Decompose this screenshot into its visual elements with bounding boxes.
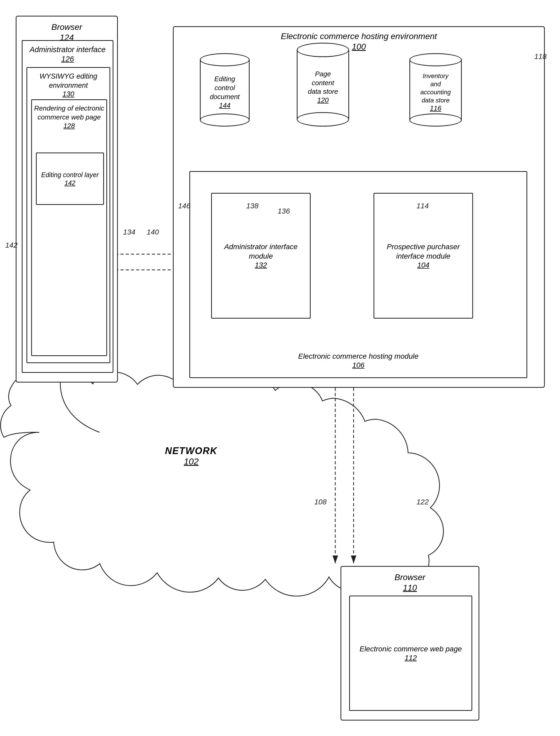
ref-140: 140 bbox=[147, 228, 159, 236]
admin-module-132-number: 132 bbox=[255, 261, 267, 269]
browser-110-box: Browser 110 Electronic commerce web page… bbox=[341, 566, 479, 721]
ref-134: 134 bbox=[123, 228, 135, 236]
admin-interface-126-box: Administrator interface 126 WYSIWYG edit… bbox=[22, 40, 113, 373]
prospective-module-104-box: Prospective purchaser interface module 1… bbox=[374, 193, 473, 318]
wysiwyg-130-box: WYSIWYG editing environment 130 Renderin… bbox=[26, 67, 110, 363]
ecommerce-hosting-100-number: 100 bbox=[174, 42, 544, 52]
ecommerce-web-page-112-label: Electronic commerce web page bbox=[360, 644, 462, 654]
network-label: NETWORK bbox=[152, 446, 230, 457]
ref-142: 142 bbox=[5, 241, 18, 249]
ref-118: 118 bbox=[534, 52, 547, 61]
browser-124-box: Browser 124 Administrator interface 126 … bbox=[16, 16, 118, 383]
browser-124-label: Browser bbox=[17, 22, 117, 33]
network-label-wrap: NETWORK 102 bbox=[152, 446, 230, 467]
wysiwyg-130-number: 130 bbox=[27, 90, 109, 98]
ecommerce-web-page-112-box: Electronic commerce web page 112 bbox=[349, 596, 472, 711]
rendering-128-number: 128 bbox=[32, 122, 106, 130]
editing-control-doc-144-wrap: Editingcontroldocument 144 bbox=[200, 53, 250, 126]
ecommerce-hosting-100-box: Electronic commerce hosting environment … bbox=[173, 26, 545, 388]
inventory-store-116-wrap: Inventoryandaccountingdata store 116 bbox=[409, 53, 462, 126]
admin-module-132-box: Administrator interface module 132 bbox=[211, 193, 311, 318]
ecommerce-hosting-module-106-box: Electronic commerce hosting module 106 A… bbox=[189, 171, 527, 378]
ref-114: 114 bbox=[416, 202, 429, 210]
prospective-module-104-label: Prospective purchaser interface module bbox=[374, 242, 472, 261]
ecommerce-hosting-module-106-number: 106 bbox=[190, 361, 526, 370]
admin-interface-126-number: 126 bbox=[23, 55, 113, 63]
admin-module-132-label: Administrator interface module bbox=[212, 242, 310, 261]
prospective-module-104-number: 104 bbox=[417, 261, 430, 269]
wysiwyg-130-label: WYSIWYG editing environment bbox=[27, 72, 109, 90]
page-content-store-120-wrap: Pagecontentdata store 120 bbox=[297, 43, 349, 126]
browser-110-number: 110 bbox=[341, 583, 479, 593]
browser-110-label: Browser bbox=[341, 572, 479, 583]
ecommerce-web-page-112-number: 112 bbox=[405, 654, 417, 662]
editing-control-layer-142-number: 142 bbox=[64, 179, 75, 187]
network-number: 102 bbox=[152, 457, 230, 467]
admin-interface-126-label: Administrator interface bbox=[23, 45, 113, 55]
ref-108: 108 bbox=[314, 498, 327, 506]
rendering-128-label: Rendering of electronic commerce web pag… bbox=[32, 104, 106, 122]
ref-146: 146 bbox=[178, 202, 190, 210]
ecommerce-hosting-module-106-label: Electronic commerce hosting module bbox=[190, 351, 526, 361]
ref-122: 122 bbox=[416, 498, 429, 506]
ref-138: 138 bbox=[246, 202, 259, 210]
ecommerce-hosting-100-label: Electronic commerce hosting environment bbox=[174, 31, 544, 42]
ref-136: 136 bbox=[278, 207, 290, 215]
editing-control-layer-142-label: Editing control layer bbox=[41, 170, 99, 179]
editing-control-layer-142-box: Editing control layer 142 bbox=[36, 152, 104, 205]
rendering-128-box: Rendering of electronic commerce web pag… bbox=[31, 99, 107, 356]
